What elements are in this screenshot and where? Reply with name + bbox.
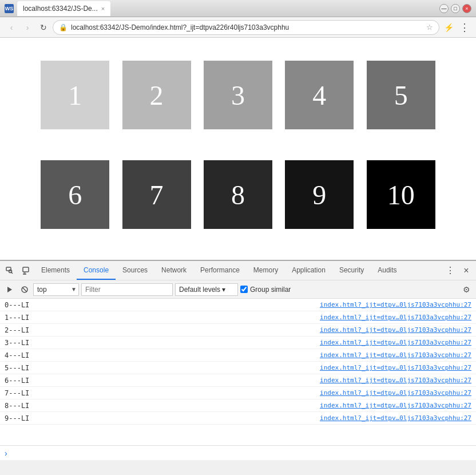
devtools-more-icon[interactable]: ⋮ <box>443 263 458 278</box>
log-levels-selector[interactable]: Default levels ▾ <box>175 283 238 296</box>
console-source-link[interactable]: index.html?_ijt=dtpv…0ljs7103a3vcphhu:27 <box>320 364 471 371</box>
console-settings-icon[interactable]: ⚙ <box>460 283 473 296</box>
console-source-link[interactable]: index.html?_ijt=dtpv…0ljs7103a3vcphhu:27 <box>320 402 471 409</box>
console-execute-icon[interactable] <box>3 283 16 296</box>
devtools-tab-audits[interactable]: Audits <box>371 261 403 280</box>
group-similar-checkbox[interactable] <box>240 286 248 293</box>
forward-button[interactable]: › <box>21 21 34 34</box>
console-log-text: 7---LI <box>5 389 320 397</box>
devtools-toolbar: ElementsConsoleSourcesNetworkPerformance… <box>0 261 476 280</box>
menu-button[interactable]: ⋮ <box>458 21 471 34</box>
number-box-8: 8 <box>204 160 272 229</box>
console-source-link[interactable]: index.html?_ijt=dtpv…0ljs7103a3vcphhu:27 <box>320 301 471 308</box>
address-text: localhost:63342/JS-Demo/index.html?_ijt=… <box>71 23 423 31</box>
console-row: 5---LIindex.html?_ijt=dtpv…0ljs7103a3vcp… <box>0 362 476 374</box>
console-log-text: 2---LI <box>5 326 320 334</box>
boxes-row-2: 678910 <box>11 149 465 240</box>
console-source-link[interactable]: index.html?_ijt=dtpv…0ljs7103a3vcphhu:27 <box>320 389 471 397</box>
devtools-close-icon[interactable]: × <box>459 263 474 278</box>
favicon: WS <box>5 4 14 13</box>
number-box-5: 5 <box>367 61 435 129</box>
number-box-4: 4 <box>285 61 354 129</box>
console-row: 1---LIindex.html?_ijt=dtpv…0ljs7103a3vcp… <box>0 311 476 324</box>
context-selector[interactable]: top ▼ <box>33 283 79 296</box>
console-input[interactable] <box>11 449 471 457</box>
console-row: 2---LIindex.html?_ijt=dtpv…0ljs7103a3vcp… <box>0 324 476 337</box>
devtools-inspect-icon[interactable] <box>2 263 17 278</box>
svg-rect-2 <box>23 267 29 272</box>
lock-icon: 🔒 <box>59 23 68 31</box>
devtools-tab-network[interactable]: Network <box>154 261 193 280</box>
boxes-row-1: 12345 <box>11 49 465 141</box>
svg-marker-5 <box>7 287 12 292</box>
devtools-tab-application[interactable]: Application <box>285 261 332 280</box>
number-box-9: 9 <box>285 160 354 229</box>
number-box-2: 2 <box>122 61 191 129</box>
devtools-tab-sources[interactable]: Sources <box>116 261 154 280</box>
number-box-3: 3 <box>204 61 272 129</box>
refresh-button[interactable]: ↻ <box>37 21 50 34</box>
title-bar: WS localhost:63342/JS-De... × — □ × <box>0 0 476 17</box>
number-box-6: 6 <box>41 160 109 229</box>
console-source-link[interactable]: index.html?_ijt=dtpv…0ljs7103a3vcphhu:27 <box>320 339 471 346</box>
console-log-text: 4---LI <box>5 351 320 359</box>
console-row: 4---LIindex.html?_ijt=dtpv…0ljs7103a3vcp… <box>0 349 476 362</box>
tab-close-icon[interactable]: × <box>101 5 105 12</box>
svg-line-7 <box>22 287 27 292</box>
console-row: 0---LIindex.html?_ijt=dtpv…0ljs7103a3vcp… <box>0 299 476 311</box>
console-log-text: 6---LI <box>5 377 320 385</box>
console-prompt-icon: › <box>5 449 7 458</box>
console-row: 3---LIindex.html?_ijt=dtpv…0ljs7103a3vcp… <box>0 337 476 349</box>
console-source-link[interactable]: index.html?_ijt=dtpv…0ljs7103a3vcphhu:27 <box>320 314 471 321</box>
devtools-tabs: ElementsConsoleSourcesNetworkPerformance… <box>34 261 442 280</box>
address-bar[interactable]: 🔒 localhost:63342/JS-Demo/index.html?_ij… <box>53 20 439 35</box>
console-bar: top ▼ Default levels ▾ Group similar ⚙ <box>0 280 476 299</box>
console-log-text: 8---LI <box>5 402 320 410</box>
number-box-10: 10 <box>367 160 435 229</box>
number-box-7: 7 <box>122 160 191 229</box>
console-source-link[interactable]: index.html?_ijt=dtpv…0ljs7103a3vcphhu:27 <box>320 414 471 422</box>
devtools-tab-performance[interactable]: Performance <box>193 261 247 280</box>
console-source-link[interactable]: index.html?_ijt=dtpv…0ljs7103a3vcphhu:27 <box>320 377 471 384</box>
minimize-button[interactable]: — <box>439 4 449 13</box>
window-controls: — □ × <box>439 4 471 13</box>
console-filter-input[interactable] <box>81 283 173 296</box>
console-log-text: 5---LI <box>5 364 320 372</box>
console-output: 0---LIindex.html?_ijt=dtpv…0ljs7103a3vcp… <box>0 299 476 445</box>
console-source-link[interactable]: index.html?_ijt=dtpv…0ljs7103a3vcphhu:27 <box>320 351 471 359</box>
context-select[interactable]: top <box>33 283 79 296</box>
devtools-tab-elements[interactable]: Elements <box>34 261 77 280</box>
group-similar-text: Group similar <box>250 286 291 294</box>
log-levels-select[interactable]: Default levels ▾ <box>175 283 238 296</box>
devtools-device-icon[interactable] <box>18 263 33 278</box>
console-row: 9---LIindex.html?_ijt=dtpv…0ljs7103a3vcp… <box>0 412 476 425</box>
number-box-1: 1 <box>41 61 109 129</box>
star-icon[interactable]: ☆ <box>426 23 433 31</box>
console-source-link[interactable]: index.html?_ijt=dtpv…0ljs7103a3vcphhu:27 <box>320 326 471 334</box>
close-button[interactable]: × <box>462 4 471 13</box>
svg-point-1 <box>9 270 12 272</box>
devtools-tab-memory[interactable]: Memory <box>247 261 285 280</box>
console-row: 6---LIindex.html?_ijt=dtpv…0ljs7103a3vcp… <box>0 374 476 387</box>
browser-tab[interactable]: localhost:63342/JS-De... × <box>17 1 110 16</box>
devtools-tab-console[interactable]: Console <box>77 261 116 280</box>
back-button[interactable]: ‹ <box>5 21 18 34</box>
devtools-panel: ElementsConsoleSourcesNetworkPerformance… <box>0 260 476 458</box>
power-button[interactable]: ⚡ <box>442 21 455 34</box>
console-block-icon[interactable] <box>18 283 31 296</box>
console-log-text: 9---LI <box>5 414 320 422</box>
console-log-text: 3---LI <box>5 339 320 347</box>
maximize-button[interactable]: □ <box>451 4 460 13</box>
browser-content: 12345 678910 <box>0 38 476 260</box>
console-row: 7---LIindex.html?_ijt=dtpv…0ljs7103a3vcp… <box>0 387 476 399</box>
console-log-text: 1---LI <box>5 314 320 322</box>
nav-bar: ‹ › ↻ 🔒 localhost:63342/JS-Demo/index.ht… <box>0 17 476 38</box>
tab-label: localhost:63342/JS-De... <box>23 5 98 13</box>
console-log-text: 0---LI <box>5 301 320 309</box>
group-similar-label[interactable]: Group similar <box>240 286 291 294</box>
console-row: 8---LIindex.html?_ijt=dtpv…0ljs7103a3vcp… <box>0 399 476 412</box>
devtools-tab-security[interactable]: Security <box>332 261 371 280</box>
console-input-row[interactable]: › <box>0 445 476 460</box>
